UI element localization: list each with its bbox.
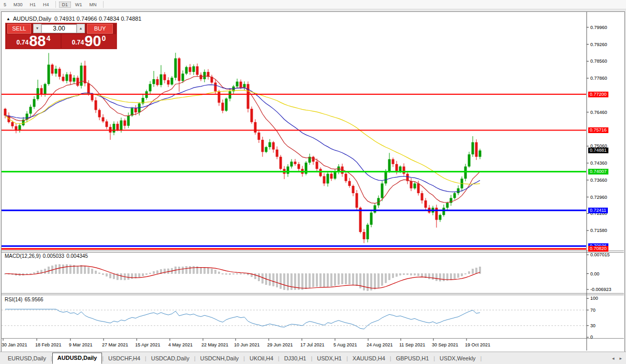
price-axis-tick-label: 0.77860 bbox=[590, 76, 607, 81]
chart-tab-usdcnh-daily[interactable]: USDCNH,Daily bbox=[196, 353, 244, 364]
price-axis-tick-label: 0.74360 bbox=[590, 161, 607, 166]
timeframe-button-5[interactable]: 5 bbox=[1, 2, 9, 8]
price-level-chip: 0.74881 bbox=[588, 148, 608, 153]
sell-price-big: 88 bbox=[29, 34, 46, 48]
symbol-timeframe-label: AUDUSD,Daily bbox=[13, 16, 51, 22]
date-axis-label: 5 Aug 2021 bbox=[333, 342, 357, 347]
chart-tab-xauusd-h4[interactable]: XAUUSD,H4 bbox=[348, 353, 390, 364]
tab-scroll-left-icon[interactable]: ◂ bbox=[612, 356, 615, 361]
collapse-panel-icon[interactable]: ▲ bbox=[6, 17, 10, 21]
chart-tab-usdx-weekly[interactable]: USDX,Weekly bbox=[435, 353, 480, 364]
date-axis-label: 30 Sep 2021 bbox=[432, 342, 458, 347]
rsi-axis-tick-label: 0 bbox=[590, 334, 593, 340]
chart-tab-usdcad-daily[interactable]: USDCAD,Daily bbox=[147, 353, 194, 364]
rsi-axis-tick-label: 100 bbox=[590, 296, 598, 301]
buy-price-big: 90 bbox=[84, 34, 101, 48]
date-axis-label: 17 Jul 2021 bbox=[300, 342, 325, 347]
date-axis-label: 4 May 2021 bbox=[168, 342, 193, 347]
tab-scroll-arrows: ◂▸ bbox=[612, 356, 622, 361]
price-axis-tick-label: 0.71580 bbox=[590, 228, 607, 233]
rsi-axis-tick-label: 70 bbox=[590, 308, 595, 313]
date-axis-label: 15 Apr 2021 bbox=[135, 342, 161, 347]
tab-scroll-right-icon[interactable]: ▸ bbox=[619, 356, 622, 361]
timeframe-button-m30[interactable]: M30 bbox=[10, 2, 26, 8]
date-axis-label: 22 May 2021 bbox=[201, 342, 228, 347]
sell-price-prefix: 0.74 bbox=[17, 39, 28, 46]
price-level-chip: 0.74007 bbox=[588, 169, 608, 174]
toolbar-separator bbox=[103, 1, 104, 8]
ohlc-readout: ▲AUDUSD,Daily 0.74931 0.74966 0.74834 0.… bbox=[6, 16, 141, 22]
price-level-chip: 0.75716 bbox=[588, 127, 608, 133]
volume-decrease-button[interactable]: ▼ bbox=[33, 24, 41, 33]
date-axis-label: 27 Mar 2021 bbox=[102, 342, 128, 347]
timeframe-button-h4[interactable]: H4 bbox=[40, 2, 52, 8]
volume-input[interactable] bbox=[41, 24, 77, 33]
sell-price-sup: 4 bbox=[46, 34, 50, 42]
price-axis-tick-label: 0.76460 bbox=[590, 110, 607, 115]
buy-price-sup: 0 bbox=[101, 34, 106, 42]
price-axis-tick-label: 0.73660 bbox=[590, 178, 607, 183]
macd-axis-tick-label: 0.00 bbox=[590, 271, 600, 276]
tab-separator: | bbox=[481, 355, 482, 361]
volume-increase-button[interactable]: ▲ bbox=[77, 24, 85, 33]
ohlc-values: 0.74931 0.74966 0.74834 0.74881 bbox=[54, 16, 141, 22]
price-axis-tick-label: 0.72960 bbox=[590, 195, 607, 200]
price-axis-tick-label: 0.79260 bbox=[590, 42, 607, 47]
price-level-chip: 0.70820 bbox=[588, 246, 608, 252]
timeframe-button-w1[interactable]: W1 bbox=[72, 2, 85, 8]
date-axis-label: 9 Mar 2021 bbox=[69, 342, 93, 347]
chart-tab-usdx-h1[interactable]: USDX,H1 bbox=[312, 353, 346, 364]
toolbar-separator bbox=[55, 1, 56, 8]
sell-button[interactable]: SELL bbox=[7, 24, 31, 34]
chart-tab-usdchf-h4[interactable]: USDCHF,H4 bbox=[104, 353, 145, 364]
macd-axis-tick-label: 0.007015 bbox=[590, 252, 610, 257]
date-axis-label: 18 Feb 2021 bbox=[35, 342, 62, 347]
buy-price-display[interactable]: 0.74 90 0 bbox=[62, 34, 116, 48]
date-axis-label: 19 Oct 2021 bbox=[465, 342, 490, 347]
date-axis-label: 30 Jan 2021 bbox=[2, 342, 27, 347]
chart-tabs-bar: EURUSD,Daily|AUDUSD,Daily|USDCHF,H4|USDC… bbox=[0, 352, 626, 364]
price-axis-tick-label: 0.79960 bbox=[590, 25, 607, 30]
chart-tab-audusd-daily[interactable]: AUDUSD,Daily bbox=[52, 353, 102, 364]
buy-price-prefix: 0.74 bbox=[72, 39, 84, 46]
trading-terminal: 5M30H1H4D1W1MN ▲AUDUSD,Daily 0.74931 0.7… bbox=[0, 0, 626, 364]
rsi-axis-tick-label: 30 bbox=[590, 323, 595, 328]
rsi-indicator-label: RSI(14)65.9566 bbox=[5, 297, 46, 302]
date-axis-label: 11 Sep 2021 bbox=[399, 342, 425, 347]
timeframe-button-d1[interactable]: D1 bbox=[59, 2, 71, 8]
chart-tab-ukoil-h4[interactable]: UKOil,H4 bbox=[245, 353, 278, 364]
chart-tab-eurusd-daily[interactable]: EURUSD,Daily bbox=[3, 353, 51, 364]
sell-price-display[interactable]: 0.74 88 4 bbox=[6, 34, 61, 48]
chart-window[interactable] bbox=[1, 11, 625, 352]
one-click-trading-panel: SELL ▼ ▲ BUY 0.74 88 4 0.74 90 0 bbox=[5, 23, 117, 49]
date-axis-label: 10 Jun 2021 bbox=[234, 342, 260, 347]
macd-axis-tick-label: -0.006923 bbox=[590, 287, 612, 292]
timeframe-toolbar: 5M30H1H4D1W1MN bbox=[0, 0, 626, 9]
date-axis-label: 29 Jun 2021 bbox=[267, 342, 293, 347]
price-level-chip: 0.72411 bbox=[588, 208, 608, 213]
macd-indicator-label: MACD(12,26,9)0.0050330.004345 bbox=[5, 253, 90, 259]
chart-tab-gbpusd-h1[interactable]: GBPUSD,H1 bbox=[391, 353, 434, 364]
timeframe-button-h1[interactable]: H1 bbox=[27, 2, 39, 8]
buy-button[interactable]: BUY bbox=[87, 24, 113, 34]
price-axis-tick-label: 0.78560 bbox=[590, 59, 607, 64]
date-axis-label: 24 Aug 2021 bbox=[367, 342, 393, 347]
chart-tab-dj30-h1[interactable]: DJ30,H1 bbox=[280, 353, 311, 364]
price-level-chip: 0.77200 bbox=[588, 92, 608, 97]
timeframe-button-mn[interactable]: MN bbox=[86, 2, 100, 8]
